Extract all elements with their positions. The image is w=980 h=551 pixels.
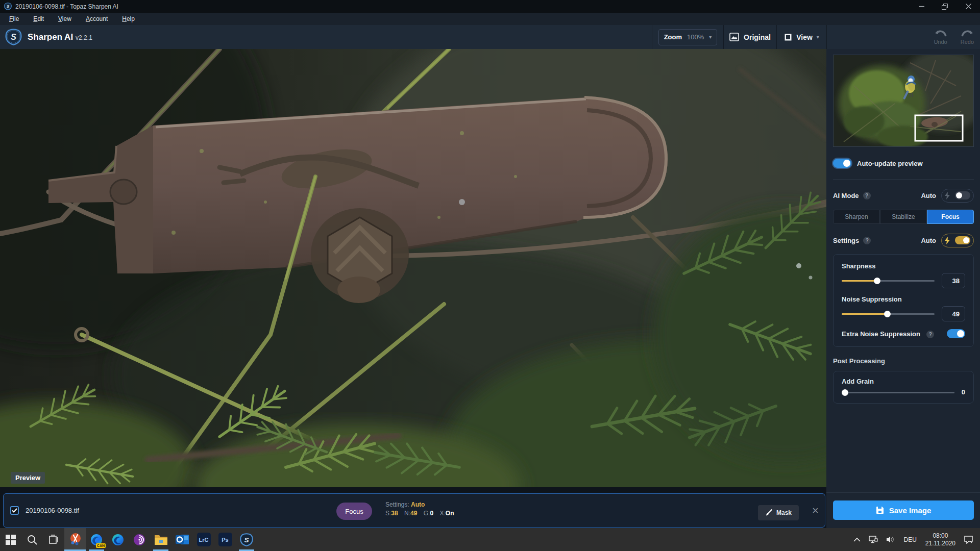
save-image-button[interactable]: Save Image	[833, 500, 974, 520]
clock[interactable]: 08:00 21.11.2020	[921, 528, 960, 551]
menu-file[interactable]: File	[4, 14, 24, 24]
tor-browser-taskbar-icon[interactable]	[129, 528, 150, 551]
menu-help[interactable]: Help	[117, 14, 140, 24]
edge-taskbar-icon[interactable]	[107, 528, 129, 551]
extra-noise-row: Extra Noise Suppression ?	[842, 329, 965, 338]
extra-noise-toggle[interactable]	[947, 329, 965, 338]
ai-mode-label: AI Mode	[833, 192, 859, 199]
g-value: 0	[430, 510, 433, 517]
minimize-button[interactable]	[910, 0, 933, 13]
ai-mode-auto-toggle[interactable]	[941, 189, 974, 203]
sharpness-slider[interactable]	[842, 277, 935, 284]
view-dropdown[interactable]: View ▾	[776, 25, 826, 49]
photoshop-taskbar-icon[interactable]: Ps	[214, 528, 236, 551]
undo-label: Undo	[934, 39, 947, 45]
mask-button[interactable]: Mask	[758, 505, 799, 520]
redo-arrow-icon	[961, 29, 974, 38]
topaz-sharpen-taskbar-icon[interactable]: S	[236, 528, 257, 551]
post-processing-label: Post Processing	[833, 357, 974, 365]
volume-icon[interactable]	[882, 528, 899, 551]
app-version: v2.2.1	[76, 34, 92, 41]
settings-auto-label: Auto	[921, 237, 936, 244]
topaz-shield-s-icon: S	[240, 533, 253, 546]
add-grain-value: 0	[962, 388, 965, 396]
add-grain-panel: Add Grain 0	[833, 371, 974, 404]
svg-text:S: S	[11, 32, 16, 41]
taskbar: CAN	[0, 528, 980, 551]
search-button[interactable]	[21, 528, 43, 551]
noise-suppression-value[interactable]: 49	[942, 306, 965, 321]
navigator-viewport-rect[interactable]	[915, 115, 963, 141]
g-key: G:	[424, 510, 430, 517]
view-label: View	[796, 33, 813, 41]
windows-logo-icon	[6, 535, 16, 545]
settings-help-icon[interactable]: ?	[863, 237, 871, 244]
settings-panel: Auto-update preview AI Mode ? Auto Sharp…	[826, 49, 980, 528]
ai-mode-help-icon[interactable]: ?	[863, 192, 871, 199]
save-image-label: Save Image	[889, 506, 932, 515]
menu-bar: File Edit View Account Help	[0, 13, 980, 25]
sharpness-slider-knob[interactable]	[874, 278, 880, 284]
network-icon[interactable]	[865, 528, 882, 551]
language-indicator[interactable]: DEU	[899, 528, 920, 551]
restore-icon	[942, 4, 948, 10]
menu-edit[interactable]: Edit	[28, 14, 49, 24]
menu-account[interactable]: Account	[81, 14, 113, 24]
zoom-label: Zoom	[664, 33, 682, 41]
close-button[interactable]	[957, 0, 980, 13]
undo-button[interactable]: Undo	[934, 29, 947, 45]
focus-mode-pill[interactable]: Focus	[336, 503, 372, 520]
screenshot-tool-taskbar-icon[interactable]	[64, 528, 86, 551]
x-value: On	[446, 510, 454, 517]
auto-update-toggle[interactable]	[833, 159, 851, 168]
navigator-thumbnail[interactable]	[833, 55, 974, 147]
zoom-value: 100%	[687, 33, 704, 41]
restore-button[interactable]	[933, 0, 957, 13]
undo-arrow-icon	[934, 29, 947, 38]
task-view-button[interactable]	[43, 528, 64, 551]
redo-label: Redo	[961, 39, 974, 45]
tray-chevron-up-icon[interactable]	[849, 528, 865, 551]
file-checkbox[interactable]	[10, 506, 19, 515]
photo-icon	[729, 33, 739, 41]
tab-focus[interactable]: Focus	[927, 210, 974, 224]
task-view-icon	[48, 535, 59, 545]
svg-text:S: S	[7, 4, 10, 9]
start-button[interactable]	[0, 528, 21, 551]
history-section: Undo Redo	[826, 25, 980, 49]
search-icon	[27, 535, 37, 545]
outlook-taskbar-icon[interactable]	[172, 528, 193, 551]
topaz-logo-icon: S	[5, 29, 22, 45]
check-icon	[12, 508, 17, 513]
settings-label: Settings	[833, 237, 859, 244]
grain-slider-knob[interactable]	[842, 389, 848, 396]
lightroom-taskbar-icon[interactable]: LrC	[193, 528, 214, 551]
mask-label: Mask	[776, 509, 792, 516]
tab-stabilize[interactable]: Stabilize	[880, 210, 927, 224]
photo-preview	[0, 49, 826, 487]
square-icon	[784, 33, 792, 41]
edge-canary-taskbar-icon[interactable]: CAN	[86, 528, 107, 551]
extra-noise-help-icon[interactable]: ?	[926, 331, 934, 338]
menu-view[interactable]: View	[53, 14, 77, 24]
add-grain-slider[interactable]	[842, 389, 954, 396]
sharpness-value[interactable]: 38	[942, 273, 965, 288]
original-button[interactable]: Original	[723, 25, 776, 49]
preview-badge: Preview	[11, 472, 45, 484]
image-canvas[interactable]: Preview 20190106-0098.tif Focus Settings…	[0, 49, 826, 528]
mode-tabs: Sharpen Stabilize Focus	[833, 210, 974, 224]
zoom-dropdown[interactable]: Zoom 100% ▾	[658, 29, 718, 45]
noise-suppression-slider[interactable]	[842, 310, 935, 317]
tab-sharpen[interactable]: Sharpen	[833, 210, 880, 224]
redo-button[interactable]: Redo	[961, 29, 974, 45]
save-area: Save Image	[826, 492, 980, 528]
action-center-icon[interactable]	[960, 528, 977, 551]
outlook-icon	[176, 533, 189, 546]
settings-auto-toggle[interactable]	[941, 234, 974, 247]
sharpness-label: Sharpness	[842, 262, 965, 270]
noise-slider-knob[interactable]	[884, 311, 891, 317]
system-tray: DEU 08:00 21.11.2020	[849, 528, 980, 551]
close-file-icon[interactable]: ×	[812, 503, 819, 518]
brush-icon	[765, 509, 772, 516]
file-explorer-taskbar-icon[interactable]	[150, 528, 172, 551]
